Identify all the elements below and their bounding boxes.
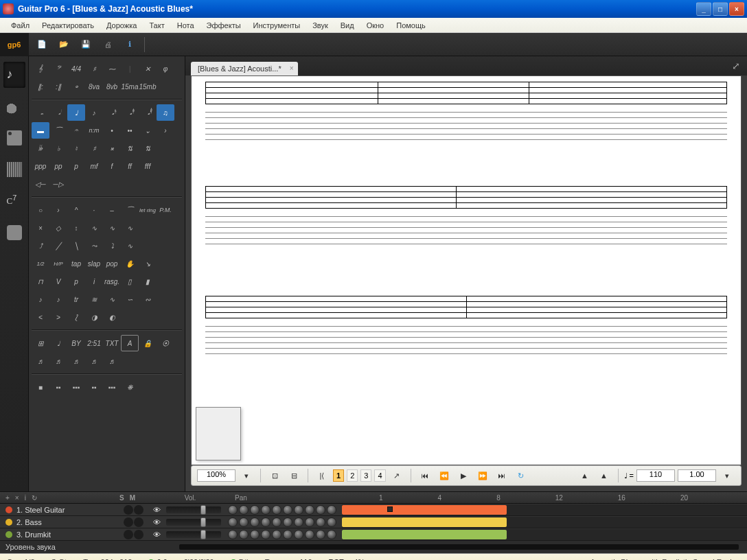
pal-15mb[interactable]: 15mb [139,78,157,95]
pal-timesig[interactable]: 4/4 [67,60,85,77]
pal-accent2[interactable]: › [49,202,67,218]
info-button[interactable]: ℹ [122,37,137,52]
pal-triplet[interactable]: ⁓ [103,60,121,77]
eq-knob-8[interactable] [316,530,325,539]
pal-8va[interactable]: 8va [85,78,103,95]
pal-half-note[interactable]: 𝅗𝅥 [49,104,67,121]
pal-auto-tempo[interactable]: ▪▪ [85,379,103,395]
pal-slide1[interactable]: ╱ [49,237,67,254]
track-clip-area[interactable] [342,529,747,540]
pal-po[interactable]: H/P [49,255,67,272]
eq-knob-9[interactable] [327,530,336,539]
pal-staccato[interactable]: ⌄ [139,122,157,139]
eq-knob-5[interactable] [283,530,292,539]
pal-fermata[interactable]: 𝄐 [67,122,85,139]
pal-volswell[interactable]: ⟅ [67,309,85,325]
remove-track-button[interactable]: × [15,494,19,502]
pal-repeat-close[interactable]: :‖ [49,78,67,95]
save-file-button[interactable]: 💾 [78,37,93,52]
pal-tie[interactable]: ⁀ [49,122,67,139]
maximize-button[interactable]: □ [713,2,728,16]
pal-auto-pan[interactable]: ▪▪ [49,379,67,395]
pal-flat[interactable]: ♭ [49,140,67,156]
track-clip-area[interactable] [342,517,747,528]
pal-repeat-open[interactable]: ‖: [32,78,49,95]
skip-start-button[interactable]: ⏮ [417,469,433,482]
pal-tremolo[interactable]: ≋ [85,291,103,307]
loop-button[interactable]: ↻ [513,469,529,482]
pal-wide-vib[interactable]: ∿ [121,220,139,236]
eq-knob-8[interactable] [316,505,325,515]
print-button[interactable]: 🖨 [100,37,115,52]
pal-15ma[interactable]: 15ma [121,78,139,95]
eq-knob-4[interactable] [272,517,281,527]
pal-clef-treble[interactable]: 𝄞 [32,60,49,77]
eq-knob-5[interactable] [283,517,292,527]
eq-knob-1[interactable] [239,505,249,515]
page-layout-2[interactable]: ⊟ [286,469,302,482]
pal-harmonic[interactable]: ◇ [49,220,67,236]
menu-file[interactable]: Файл [5,19,35,32]
pal-auto3[interactable]: ♬ [67,353,85,369]
pal-staccato2[interactable]: · [85,202,103,218]
bar-1[interactable]: 1 [333,469,344,482]
pal-bend[interactable]: ⤴ [32,237,49,254]
menu-note[interactable]: Нота [172,19,200,32]
add-track-button[interactable]: + [5,494,10,502]
zoom-input[interactable]: 100% [197,469,235,482]
pal-fade[interactable]: ↘ [139,255,157,272]
rail-edition[interactable] [3,62,25,88]
pal-auto2[interactable]: ♬ [49,353,67,369]
pal-fff[interactable]: fff [139,158,157,174]
pal-auto5[interactable]: ♬ [103,353,121,369]
bar-scroll[interactable]: ↗ [389,469,405,482]
pal-fadeout[interactable]: > [49,309,67,325]
pan-knob[interactable] [228,505,238,515]
pal-dot[interactable]: • [103,122,121,139]
pal-rest[interactable]: ▬ [32,122,49,139]
solo-button[interactable] [124,505,133,515]
eq-knob-7[interactable] [305,517,314,527]
menu-effects[interactable]: Эффекты [201,19,246,32]
pal-tempo[interactable]: ♩ [49,335,67,351]
play-button[interactable]: ▶ [455,469,472,482]
pal-cut[interactable]: φ [157,60,174,77]
eq-knob-4[interactable] [272,530,281,539]
eq-knob-6[interactable] [294,517,303,527]
solo-button[interactable] [124,530,133,539]
pal-rasg[interactable]: rasg. [103,273,121,290]
pal-text[interactable]: TXT [103,335,121,351]
tab-close-icon[interactable]: × [290,65,294,72]
pal-palm-mute[interactable]: P.M. [157,202,174,218]
pal-arpeggio[interactable]: ∿ [85,220,103,236]
menu-bar[interactable]: Такт [143,19,170,32]
pal-direction[interactable]: ⚬ [67,78,85,95]
pal-quarter-note[interactable]: ♩ [67,104,85,121]
pal-inv-turn[interactable]: ∾ [139,291,157,307]
minimize-button[interactable]: _ [696,2,711,16]
pal-natural[interactable]: ♮ [67,140,85,156]
pal-trill[interactable]: tr [67,291,85,307]
pal-16th-note[interactable]: 𝅘𝅥𝅯 [103,104,121,121]
pal-hand[interactable]: ✋ [121,255,139,272]
pal-keysig[interactable]: ♯ [85,60,103,77]
pal-by[interactable]: BY [67,335,85,351]
volume-fader[interactable] [166,531,221,538]
pal-auto1[interactable]: ♬ [32,353,49,369]
track-clip[interactable] [342,517,507,527]
visibility-toggle[interactable]: 👁 [150,506,163,514]
track-clip[interactable] [342,530,507,539]
rail-mastering[interactable] [3,156,25,183]
eq-knob-3[interactable] [261,505,271,515]
pal-double-sharp[interactable]: 𝄪 [103,140,121,156]
pal-chord[interactable]: ⊞ [32,335,49,351]
pal-slide4[interactable]: ⤵ [103,237,121,254]
rewind-button[interactable]: ⏪ [436,469,452,482]
new-file-button[interactable]: 📄 [34,37,49,52]
pal-lock[interactable]: 🔒 [139,335,157,351]
eq-knob-3[interactable] [261,517,271,527]
pal-bb[interactable]: 𝄫 [32,140,49,156]
pal-grace[interactable]: ♪ [32,291,49,307]
menu-window[interactable]: Окно [361,19,390,32]
speed-input[interactable]: 1.00 [678,469,716,482]
